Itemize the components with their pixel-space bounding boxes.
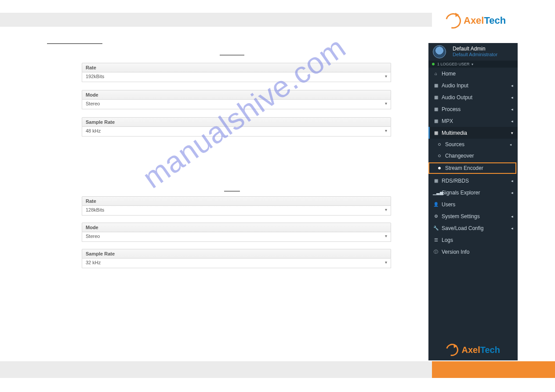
subitem-sources[interactable]: Sources ◂ xyxy=(428,139,518,150)
logo-top: AxelTech xyxy=(446,12,511,29)
mode-select-1[interactable]: Stereo xyxy=(82,100,391,109)
home-icon: ⌂ xyxy=(433,71,439,76)
sidebar-item-label: Sources xyxy=(445,141,464,147)
sidebar-item-label: Changeover xyxy=(445,153,474,159)
sidebar-item-label: Stream Encoder xyxy=(445,165,483,171)
subitem-changeover[interactable]: Changeover xyxy=(428,150,518,162)
sidebar-item-audio-output[interactable]: ▦ Audio Output ◂ xyxy=(428,91,518,103)
bullet-icon xyxy=(438,143,441,146)
sidebar-item-label: MPX xyxy=(442,118,453,124)
online-dot-icon xyxy=(432,63,435,65)
sidebar-item-label: Audio Input xyxy=(442,83,468,89)
chevron-down-icon: ▾ xyxy=(472,62,473,66)
grid-icon: ▦ xyxy=(433,95,439,100)
group2-title-underline xyxy=(224,191,240,191)
signal-icon: ▁▃▅ xyxy=(433,190,439,195)
samplerate-select-1[interactable]: 48 kHz xyxy=(82,127,391,137)
grid-icon: ▦ xyxy=(433,178,439,183)
sidebar-item-label: Version Info xyxy=(442,249,469,255)
mode-select-2[interactable]: Stereo xyxy=(82,232,391,242)
group2-samplerate-field: Sample Rate 32 kHz xyxy=(82,249,391,268)
group2-rate-field: Rate 128kBits xyxy=(82,196,391,216)
info-icon: ⓘ xyxy=(433,249,439,255)
user-role: Default Administrator xyxy=(453,52,497,58)
field-label: Mode xyxy=(82,223,391,232)
sidebar-item-label: Home xyxy=(442,71,456,77)
sidebar-item-mpx[interactable]: ▦ MPX ◂ xyxy=(428,115,518,127)
group1-rate-field: Rate 192kBits xyxy=(82,63,391,82)
field-label: Mode xyxy=(82,90,391,100)
bullet-icon xyxy=(438,155,441,157)
sidebar-item-label: Process xyxy=(442,106,461,112)
field-label: Rate xyxy=(82,196,391,206)
logged-user-label: 1 LOGGED USER xyxy=(437,62,470,66)
wrench-icon: 🔧 xyxy=(433,226,439,230)
bullet-filled-icon xyxy=(438,167,441,169)
chevron-left-icon: ◂ xyxy=(510,143,511,147)
chevron-left-icon: ◂ xyxy=(511,191,513,195)
logged-user-bar[interactable]: 1 LOGGED USER ▾ xyxy=(428,61,518,68)
field-label: Rate xyxy=(82,63,391,72)
field-label: Sample Rate xyxy=(82,249,391,259)
sidebar-item-audio-input[interactable]: ▦ Audio Input ◂ xyxy=(428,79,518,91)
cogs-icon: ⚙ xyxy=(433,214,439,219)
section-title-underline xyxy=(47,43,102,44)
rate-select-2[interactable]: 128kBits xyxy=(82,206,391,216)
logo-icon xyxy=(444,342,461,358)
sidebar-item-label: Users xyxy=(442,201,455,208)
group1-title-underline xyxy=(220,55,244,55)
avatar-icon xyxy=(433,45,446,58)
sidebar-user: Default Admin Default Administrator xyxy=(428,43,518,61)
logo-text: AxelTech xyxy=(461,345,500,355)
active-indicator xyxy=(428,127,430,139)
chevron-left-icon: ◂ xyxy=(511,214,513,219)
chevron-left-icon: ◂ xyxy=(511,95,513,100)
chevron-left-icon: ◂ xyxy=(511,179,513,183)
logo-bottom: AxelTech xyxy=(428,344,518,356)
sidebar-item-label: RDS/RBDS xyxy=(442,178,469,184)
sidebar-item-save-load[interactable]: 🔧 Save/Load Config ◂ xyxy=(428,222,518,234)
logo-text: AxelTech xyxy=(464,15,506,26)
sidebar-item-label: Logs xyxy=(442,237,453,243)
sidebar-item-system-settings[interactable]: ⚙ System Settings ◂ xyxy=(428,210,518,222)
group1-samplerate-field: Sample Rate 48 kHz xyxy=(82,117,391,137)
rate-select-1[interactable]: 192kBits xyxy=(82,72,391,82)
sidebar-item-home[interactable]: ⌂ Home xyxy=(428,68,518,79)
logo-icon xyxy=(443,10,464,31)
chevron-left-icon: ◂ xyxy=(511,83,513,88)
sidebar-item-label: System Settings xyxy=(442,213,480,219)
sidebar: Default Admin Default Administrator 1 LO… xyxy=(428,43,518,360)
list-icon: ☰ xyxy=(433,237,439,242)
group1-mode-field: Mode Stereo xyxy=(82,90,391,109)
grid-icon: ▦ xyxy=(433,130,439,135)
grid-icon: ▦ xyxy=(433,83,439,88)
sidebar-item-label: Audio Output xyxy=(442,94,472,101)
sidebar-item-label: Multimedia xyxy=(442,130,467,136)
user-name: Default Admin xyxy=(453,46,497,52)
samplerate-select-2[interactable]: 32 kHz xyxy=(82,259,391,268)
grid-icon: ▦ xyxy=(433,119,439,123)
sidebar-item-users[interactable]: 👤 Users xyxy=(428,198,518,210)
footer-accent xyxy=(432,361,555,378)
sidebar-item-version-info[interactable]: ⓘ Version Info xyxy=(428,246,518,258)
group2-mode-field: Mode Stereo xyxy=(82,223,391,242)
chevron-left-icon: ◂ xyxy=(511,107,513,111)
sidebar-item-multimedia[interactable]: ▦ Multimedia ▾ xyxy=(428,127,518,139)
sidebar-user-text: Default Admin Default Administrator xyxy=(453,46,497,58)
chevron-down-icon: ▾ xyxy=(511,131,513,135)
subitem-stream-encoder[interactable]: Stream Encoder xyxy=(428,162,516,174)
sidebar-item-signals-explorer[interactable]: ▁▃▅ Signals Explorer ◂ xyxy=(428,187,518,198)
chevron-left-icon: ◂ xyxy=(511,226,513,230)
sidebar-item-process[interactable]: ▦ Process ◂ xyxy=(428,103,518,115)
header-bar xyxy=(0,13,432,27)
user-icon: 👤 xyxy=(433,202,439,207)
sidebar-item-label: Signals Explorer xyxy=(442,190,480,196)
sidebar-item-label: Save/Load Config xyxy=(442,225,483,231)
sidebar-item-rds[interactable]: ▦ RDS/RBDS ◂ xyxy=(428,175,518,187)
chevron-left-icon: ◂ xyxy=(511,119,513,123)
field-label: Sample Rate xyxy=(82,117,391,127)
grid-icon: ▦ xyxy=(433,107,439,111)
sidebar-item-logs[interactable]: ☰ Logs xyxy=(428,234,518,246)
